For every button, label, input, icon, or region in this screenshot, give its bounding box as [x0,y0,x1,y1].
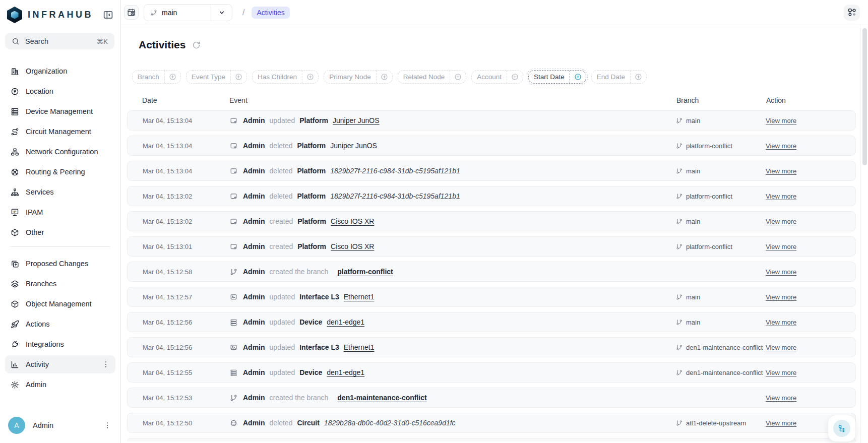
activity-verb: created the branch [270,268,329,276]
view-more-link[interactable]: View more [766,369,796,376]
activity-object-link[interactable]: den1-edge1 [327,318,364,326]
branch-selector-toggle[interactable] [211,5,232,21]
view-more-link[interactable]: View more [766,117,796,124]
breadcrumb-current[interactable]: Activities [252,7,289,19]
activity-date: Mar 04, 15:13:04 [143,142,230,150]
activity-event: Admin created the branch platform-confli… [230,268,676,276]
filter-chip[interactable]: Event Type [186,70,247,84]
filter-add-button[interactable] [570,71,586,83]
sidebar-item[interactable]: Admin [5,375,115,394]
floating-widget-button[interactable] [828,415,856,442]
search-placeholder: Search [25,37,48,45]
sidebar-item[interactable]: Location [5,82,115,100]
time-travel-button[interactable] [124,5,139,20]
view-more-link[interactable]: View more [766,344,796,351]
schema-graph-button[interactable] [844,5,860,21]
sidebar-item[interactable]: Proposed Changes [5,255,115,273]
sidebar-item[interactable]: Branches [5,275,115,293]
node-platform-icon [230,167,237,175]
activity-object-link[interactable]: Ethernet1 [344,343,375,351]
filter-chip[interactable]: End Date [591,70,647,84]
sidebar-item[interactable]: Actions [5,315,115,333]
filter-add-button[interactable] [302,71,318,83]
view-more-link[interactable]: View more [766,268,796,276]
filter-chip[interactable]: Related Node [398,70,467,84]
sidebar-item[interactable]: Object Management [5,295,115,313]
filter-add-button[interactable] [230,71,246,83]
sidebar-item-label: Proposed Changes [26,260,88,268]
activity-branch-name: main [686,319,700,326]
node-platform-icon [230,218,237,225]
sidebar-item-label: Object Management [26,300,92,308]
activity-object-link[interactable]: den1-edge1 [327,368,364,376]
activity-actor: Admin [243,142,265,150]
sidebar-item[interactable]: Organization [5,62,115,80]
view-more-link[interactable]: View more [766,394,796,402]
sidebar-item[interactable]: Other [5,223,115,241]
activity-object-link[interactable]: Juniper JunOS [333,116,380,124]
activity-object-type: Platform [297,217,326,225]
plus-circle-icon [381,73,388,81]
sidebar-item[interactable]: IP IPAM [5,203,115,221]
node-platform-icon [230,243,237,250]
view-more-link[interactable]: View more [766,293,796,301]
filter-chip[interactable]: Start Date [528,70,586,84]
filter-chip[interactable]: Branch [132,70,181,84]
activity-actor: Admin [243,368,265,376]
activity-object-link[interactable]: platform-conflict [337,268,393,276]
filter-add-button[interactable] [164,71,180,83]
view-more-link[interactable]: View more [766,319,796,326]
node-platform-icon [230,193,237,200]
infrahub-logo-icon [7,7,22,23]
refresh-icon[interactable] [192,41,201,49]
table-row-partial [127,438,856,441]
search-input[interactable]: Search ⌘K [5,33,114,49]
view-more-link[interactable]: View more [766,243,796,250]
kebab-menu-icon[interactable] [103,421,111,429]
filter-chip[interactable]: Has Children [252,70,319,84]
table-row: Mar 04, 15:12:55 Admin updated Device de… [127,362,856,383]
user-menu[interactable]: A Admin [0,411,120,443]
sidebar-item-label: Branches [26,280,56,288]
sidebar-item[interactable]: Services [5,183,115,201]
activity-branch-name: den1-maintenance-conflict [686,369,763,376]
breadcrumb-separator: / [242,8,244,17]
view-more-link[interactable]: View more [766,142,796,150]
activity-object-link[interactable]: den1-maintenance-conflict [337,394,426,402]
sidebar-item[interactable]: Activity [5,355,115,373]
table-row: Mar 04, 15:13:04 Admin updated Platform … [127,110,856,131]
sidebar-item-label: Location [26,87,53,95]
sidebar-item-label: Organization [26,67,67,75]
sidebar-item[interactable]: Routing & Peering [5,163,115,181]
sidebar-item[interactable]: Circuit Management [5,122,115,141]
filter-add-button[interactable] [450,71,466,83]
view-more-link[interactable]: View more [766,419,796,427]
sidebar-collapse-icon[interactable] [103,10,113,20]
filter-add-button[interactable] [630,71,646,83]
view-more-link[interactable]: View more [766,193,796,200]
kebab-menu-icon[interactable] [102,360,110,368]
branch-selector[interactable]: main [144,4,232,21]
scrollbar-thumb[interactable] [862,28,867,165]
sidebar-item[interactable]: Device Management [5,102,115,120]
map-pin-icon [11,87,19,96]
filter-chip[interactable]: Primary Node [324,70,393,84]
sidebar-item[interactable]: Integrations [5,335,115,353]
view-more-link[interactable]: View more [766,218,796,225]
filter-add-button[interactable] [507,71,523,83]
scrollbar[interactable] [860,26,868,443]
activity-branch-name: main [686,117,700,124]
sidebar-item[interactable]: Network Configuration [5,143,115,161]
activity-object-link: 1829b27f-2116-c984-31db-c5195af121b1 [330,167,460,175]
view-more-link[interactable]: View more [766,167,796,175]
filter-chip[interactable]: Account [471,70,523,84]
plus-circle-icon [511,73,519,81]
ipam-icon: IP [11,208,19,217]
branch-selector-value: main [162,9,177,17]
avatar: A [8,417,25,434]
activity-object-link[interactable]: Cisco IOS XR [331,242,374,250]
filter-add-button[interactable] [376,71,392,83]
activity-object-link[interactable]: Cisco IOS XR [331,217,374,225]
wheel-icon [11,168,19,176]
activity-object-link[interactable]: Ethernet1 [344,293,375,301]
